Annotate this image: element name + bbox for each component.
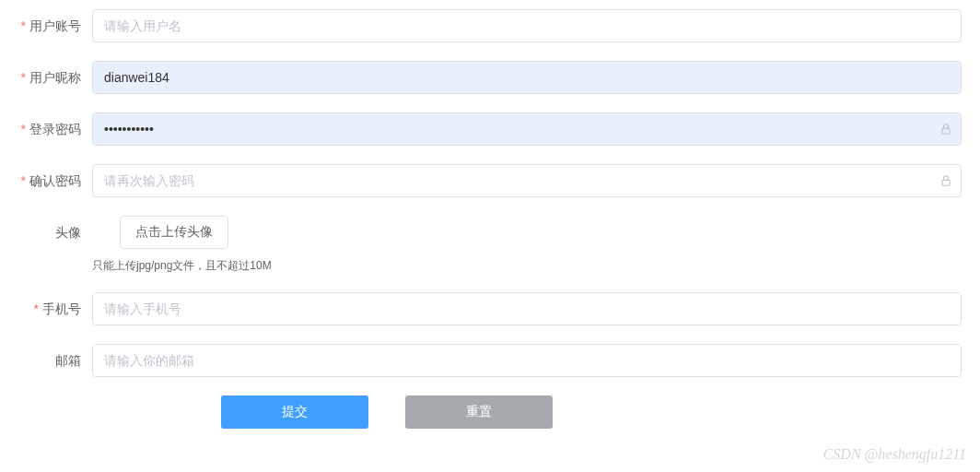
username-input[interactable] — [92, 9, 962, 42]
phone-label: 手机号 — [18, 292, 92, 325]
nickname-label: 用户昵称 — [18, 61, 92, 94]
field-username: 用户账号 — [18, 9, 962, 42]
confirm-password-input[interactable] — [92, 164, 962, 197]
user-form: 用户账号 用户昵称 登录密码 确认密码 — [18, 9, 962, 429]
submit-button[interactable]: 提交 — [221, 395, 368, 429]
field-nickname: 用户昵称 — [18, 61, 962, 94]
confirm-password-label: 确认密码 — [18, 164, 92, 197]
phone-input[interactable] — [92, 292, 962, 325]
password-label: 登录密码 — [18, 112, 92, 146]
action-buttons: 提交 重置 — [221, 395, 962, 429]
watermark: CSDN @heshengfu1211 — [823, 446, 966, 447]
email-input[interactable] — [92, 344, 962, 377]
upload-avatar-button[interactable]: 点击上传头像 — [120, 216, 228, 249]
email-label: 邮箱 — [18, 344, 92, 377]
field-password: 登录密码 — [18, 112, 962, 146]
field-email: 邮箱 — [18, 344, 962, 377]
password-input[interactable] — [92, 112, 962, 146]
username-label: 用户账号 — [18, 9, 92, 42]
nickname-input[interactable] — [92, 61, 962, 94]
field-confirm-password: 确认密码 — [18, 164, 962, 197]
avatar-label: 头像 — [18, 216, 92, 249]
reset-button[interactable]: 重置 — [405, 395, 553, 429]
field-avatar: 头像 点击上传头像 只能上传jpg/png文件，且不超过10M — [18, 216, 962, 274]
avatar-hint: 只能上传jpg/png文件，且不超过10M — [92, 258, 962, 274]
field-phone: 手机号 — [18, 292, 962, 325]
